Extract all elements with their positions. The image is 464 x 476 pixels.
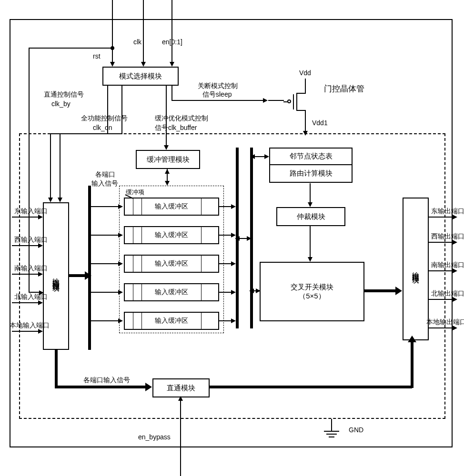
south-out-arrow	[453, 268, 457, 273]
buf4-label: 输入缓冲区	[142, 288, 201, 297]
rst-branch	[29, 48, 113, 49]
bus-buf3	[91, 263, 120, 264]
local-input-label: 本地输入端口	[10, 321, 50, 330]
direct-out-arrow	[408, 336, 416, 342]
direct-module-label: 直通模块	[167, 384, 195, 393]
buf3-label: 输入缓冲区	[142, 259, 201, 268]
rst-left-line	[29, 48, 30, 293]
north-out-line	[429, 299, 455, 300]
bus-neighbor-l	[250, 154, 255, 159]
shutdown-ctrl-label: 关断模式控制	[198, 82, 238, 90]
output-port-module: 输出端口模块	[403, 198, 429, 340]
port-input-sig2: 输入信号	[91, 179, 118, 188]
xbar-out	[364, 289, 398, 292]
east-out-arrow	[453, 215, 457, 219]
inputctrl-down	[55, 350, 58, 387]
south-out-line	[429, 270, 455, 271]
rst-line	[112, 0, 113, 48]
bufmgmt-arrow-u	[165, 169, 170, 174]
clkon-h	[60, 133, 122, 134]
bus-buf2	[91, 235, 120, 236]
buf2-label: 输入缓冲区	[142, 231, 201, 239]
clkbuffer-label: 信号clk_buffer	[155, 124, 197, 132]
xbar-out-arrow	[395, 287, 402, 295]
gnd-bar1	[324, 431, 339, 432]
sleep-arrow	[263, 98, 268, 103]
input-buffer-2: 输入缓冲区	[124, 226, 219, 244]
input-buffer-5: 输入缓冲区	[124, 312, 219, 330]
bus-buf1	[91, 206, 120, 207]
local-in-line	[12, 331, 40, 332]
clkbuf-arrow	[164, 145, 169, 150]
bufmgmt-arrow-d	[165, 181, 170, 186]
north-in-arrow	[38, 300, 43, 305]
west-in-arrow	[38, 243, 43, 248]
clkby-label: clk_by	[51, 100, 71, 108]
direct-out-v	[411, 340, 414, 388]
port-input-sig-h: 各端口输入信号	[83, 376, 130, 385]
route-arb-line	[310, 183, 311, 205]
clk-label: clk	[133, 38, 141, 46]
direct-module: 直通模块	[152, 378, 210, 397]
pmos-transistor	[283, 93, 312, 112]
gate-line	[268, 100, 284, 101]
gnd-bar2	[326, 434, 337, 435]
clkby-arrow	[48, 198, 53, 202]
port-input-sig1: 各端口	[95, 170, 115, 179]
midbars-l	[235, 236, 240, 241]
clkon-v	[121, 86, 122, 133]
buffer-mgmt-module: 缓冲管理模块	[136, 150, 200, 169]
inputctrl-bus-arrow	[85, 271, 91, 280]
north-in-line	[12, 302, 40, 303]
west-output-label: 西输出端口	[431, 232, 464, 241]
sleep-h	[171, 100, 264, 101]
rst-arrow-down	[110, 62, 115, 67]
clkon-arrow	[58, 198, 62, 202]
buf5-label: 输入缓冲区	[142, 317, 201, 325]
clkon-label: clk_on	[93, 124, 112, 131]
input-buffer-1: 输入缓冲区	[124, 198, 219, 216]
en-arrow	[170, 62, 174, 67]
crossbar-size-label: （5×5）	[299, 292, 325, 301]
clk-line	[143, 0, 144, 64]
buf4-bus-a	[231, 290, 236, 295]
buf5-bus-a	[231, 318, 236, 323]
east-out-line	[429, 217, 455, 218]
direct-out-h	[210, 386, 412, 388]
east-output-label: 东输出端口	[431, 207, 464, 216]
input-buffer-4: 输入缓冲区	[124, 283, 219, 301]
inputctrl-direct-arrow	[145, 383, 152, 391]
arb-xbar-line	[310, 226, 311, 259]
east-in-line	[12, 217, 40, 218]
bus-buf4-a	[118, 290, 123, 295]
east-in-arrow	[38, 215, 43, 219]
local-in-arrow	[38, 329, 43, 334]
west-out-line	[429, 242, 455, 243]
west-in-line	[12, 245, 40, 246]
buffer-mgmt-label: 缓冲管理模块	[147, 155, 190, 164]
neighbor-table-label: 邻节点状态表	[290, 152, 333, 161]
bus-buf3-a	[118, 261, 123, 266]
bus-xbar-l	[249, 288, 254, 293]
south-output-label: 南输出端口	[431, 261, 464, 269]
buf1-label: 输入缓冲区	[142, 202, 201, 211]
clk-arrow	[141, 62, 146, 67]
bus-buf5	[91, 320, 120, 321]
vdd1-arrow	[303, 131, 308, 136]
local-output-label: 本地输出端口	[426, 318, 464, 327]
bus-buf5-a	[118, 318, 123, 323]
full-ctrl-label: 全功能控制信号	[81, 114, 128, 123]
vdd1-label: Vdd1	[312, 119, 328, 127]
bus-buf2-a	[118, 233, 123, 238]
south-in-line	[12, 274, 40, 275]
buf3-bus-a	[231, 261, 236, 266]
crossbar-module: 交叉开关模块 （5×5）	[260, 262, 364, 321]
local-out-line	[429, 327, 455, 328]
inputctrl-direct	[55, 386, 148, 388]
vdd-label: Vdd	[299, 69, 311, 77]
route-calc-module: 路由计算模块	[269, 165, 353, 183]
west-out-arrow	[453, 240, 457, 245]
enbypass-line	[180, 397, 181, 476]
bus-xbar-r	[256, 288, 261, 293]
sleep-v	[171, 86, 172, 100]
